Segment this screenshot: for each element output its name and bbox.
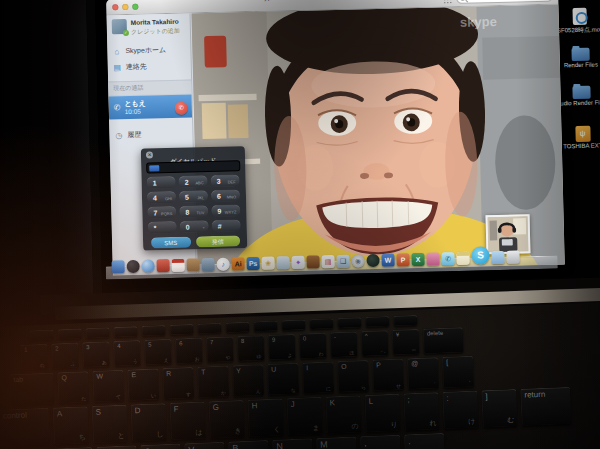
dial-key-6[interactable]: 6MNO <box>211 189 240 202</box>
key-B[interactable]: Bこ <box>228 440 270 449</box>
key-blank[interactable] <box>393 315 417 326</box>
minimize-window-button[interactable] <box>122 4 128 10</box>
current-call-item[interactable]: ✆ ともえ 10:05 ✆ <box>109 94 193 119</box>
key-2[interactable]: 2ふ <box>51 342 79 368</box>
key-.[interactable]: .る <box>404 433 446 449</box>
key-blank[interactable] <box>169 324 193 335</box>
add-credit-link[interactable]: クレジットの追加 <box>131 27 180 37</box>
key-¥[interactable]: ¥ー <box>392 329 420 355</box>
key-K[interactable]: Kの <box>325 395 361 433</box>
dock-icon-photoshop[interactable]: Ps <box>246 257 259 270</box>
key-O[interactable]: Oら <box>337 360 369 392</box>
dock-icon-notes[interactable] <box>456 252 469 265</box>
key-N[interactable]: Nみ <box>272 438 314 449</box>
key-H[interactable]: Hく <box>247 398 283 436</box>
dock-icon-excel[interactable]: X <box>411 253 424 266</box>
dial-key-8[interactable]: 8TUV <box>179 205 208 218</box>
dial-key-5[interactable]: 5JKL <box>179 190 208 203</box>
key-M[interactable]: Mも <box>316 436 358 449</box>
key--[interactable]: -ほ <box>330 331 358 357</box>
key-blank[interactable] <box>57 328 81 339</box>
dock-icon-calendar[interactable] <box>171 259 184 272</box>
key-S[interactable]: Sと <box>92 405 128 443</box>
dock-icon-preview[interactable] <box>276 256 289 269</box>
dock-icon-downloads-folder[interactable] <box>491 251 504 264</box>
key-F[interactable]: Fは <box>169 401 205 439</box>
close-icon[interactable]: ✕ <box>146 151 153 158</box>
sidebar-item-history[interactable]: ◷ 履歴 <box>109 125 192 143</box>
key-T[interactable]: Tか <box>197 365 229 397</box>
country-flag-icon[interactable] <box>149 165 159 171</box>
dock-icon-trash[interactable] <box>506 250 519 263</box>
key-P[interactable]: Pせ <box>372 358 404 390</box>
key-L[interactable]: Lり <box>364 394 400 432</box>
key-blank[interactable] <box>85 327 109 338</box>
dock-icon-dvd-player[interactable]: ◉ <box>351 254 364 267</box>
dial-key-3[interactable]: 3DEF <box>210 174 239 187</box>
dock-icon-illustrator[interactable]: Ai <box>231 257 244 270</box>
search-field[interactable] <box>456 0 553 4</box>
dock-icon-app-pink[interactable] <box>426 252 439 265</box>
key-blank[interactable] <box>309 318 333 329</box>
key-A[interactable]: Aち <box>53 406 89 444</box>
key-blank[interactable] <box>253 320 277 331</box>
key-blank[interactable] <box>281 319 305 330</box>
profile-block[interactable]: ✓ Morita Takahiro クレジットの追加 <box>107 13 191 43</box>
key-:[interactable]: :け <box>442 390 478 428</box>
dock-icon-app-tiles[interactable]: ▤ <box>321 255 334 268</box>
key-J[interactable]: Jま <box>286 397 322 435</box>
dock-icon-photo-booth[interactable] <box>127 260 140 273</box>
dial-key-#[interactable]: # <box>212 219 241 232</box>
dock-icon-finder[interactable] <box>112 260 125 273</box>
dock-icon-photos[interactable]: ❀ <box>261 256 274 269</box>
key-;[interactable]: ;れ <box>403 392 439 430</box>
key-blank[interactable] <box>365 316 389 327</box>
key-control[interactable]: control <box>0 408 50 447</box>
key-9[interactable]: 9よ <box>268 334 296 360</box>
key-Q[interactable]: Qた <box>57 371 89 403</box>
key-6[interactable]: 6お <box>175 337 203 363</box>
key-0[interactable]: 0わ <box>299 333 327 359</box>
dial-key-9[interactable]: 9WXYZ <box>211 204 240 217</box>
dial-key-0[interactable]: 0+ <box>180 220 209 233</box>
key-8[interactable]: 8ゆ <box>237 335 265 361</box>
key-W[interactable]: Wて <box>92 370 124 402</box>
key-blank[interactable] <box>197 323 221 334</box>
dock-icon-app-red[interactable] <box>157 259 170 272</box>
key-3[interactable]: 3あ <box>82 341 110 367</box>
dialpad-toggle-icon[interactable] <box>443 0 452 4</box>
close-window-button[interactable] <box>112 4 118 10</box>
dock-icon-powerpoint[interactable]: P <box>396 253 409 266</box>
dock-icon-mission-control[interactable]: ❏ <box>336 255 349 268</box>
dock-icon-garageband[interactable] <box>306 255 319 268</box>
dock-icon-mail[interactable] <box>201 258 214 271</box>
hang-up-button[interactable]: ✆ <box>175 102 188 115</box>
key-][interactable]: ]む <box>481 389 517 427</box>
key-U[interactable]: Uな <box>267 363 299 395</box>
dock-icon-contacts[interactable] <box>186 258 199 271</box>
key-D[interactable]: Dし <box>130 403 166 441</box>
dock-icon-safari[interactable] <box>142 259 155 272</box>
key-C[interactable]: Cそ <box>140 443 182 449</box>
search-input[interactable] <box>468 0 550 3</box>
sidebar-item-contacts[interactable]: ▤ 連絡先 <box>108 57 191 75</box>
dock-icon-facetime[interactable]: ✆ <box>441 252 454 265</box>
key-R[interactable]: Rす <box>162 367 194 399</box>
key-E[interactable]: Eい <box>127 368 159 400</box>
key-blank[interactable] <box>29 329 53 340</box>
sms-button[interactable]: SMS <box>150 237 190 249</box>
key-@[interactable]: @゛ <box>407 357 439 389</box>
key-1[interactable]: 1ぬ <box>20 344 48 370</box>
key-return[interactable]: return <box>520 387 571 426</box>
key-7[interactable]: 7や <box>206 336 234 362</box>
key-I[interactable]: Iに <box>302 361 334 393</box>
key-,[interactable]: ,ね <box>360 435 402 449</box>
key-blank[interactable] <box>113 326 137 337</box>
key-[[interactable]: [゜ <box>442 356 474 388</box>
dial-key-*[interactable]: * <box>148 221 177 234</box>
key-X[interactable]: Xさ <box>96 445 138 449</box>
key-blank[interactable] <box>141 325 165 336</box>
dock-icon-itunes[interactable]: ♪ <box>216 258 229 271</box>
zoom-window-button[interactable] <box>132 4 138 10</box>
dock-icon-skype[interactable]: S <box>471 246 489 264</box>
